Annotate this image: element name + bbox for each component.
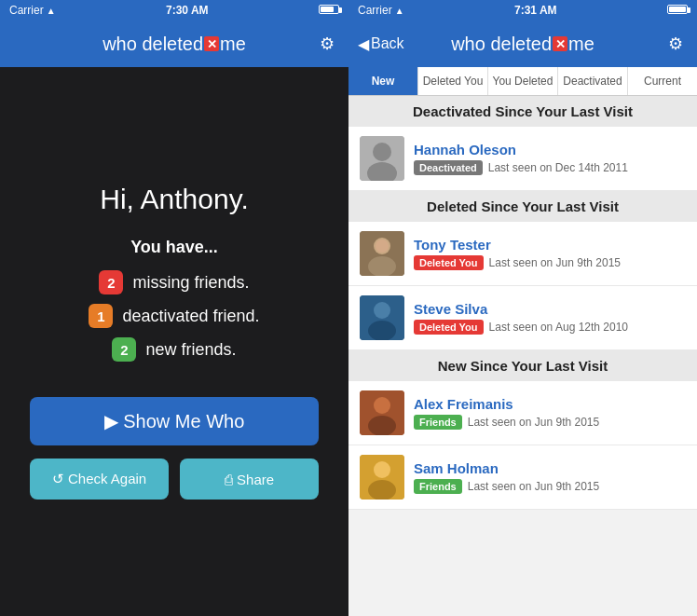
person-name-sam: Sam Holman [414,460,686,476]
tab-current[interactable]: Current [628,67,697,95]
wifi-icon-right: ▲ [395,6,404,16]
list-item[interactable]: Hannah Oleson Deactivated Last seen on D… [348,127,697,191]
svg-point-9 [368,321,396,340]
logo-who-left: who deleted [102,34,203,55]
logo-x-left: ✕ [204,36,219,51]
gear-icon-left[interactable]: ⚙ [320,34,335,54]
logo-left: who deleted ✕ me [102,34,246,55]
back-arrow-icon: ◀ [358,35,369,53]
you-have-label: You have... [130,238,218,257]
right-panel: Carrier ▲ 7:31 AM ◀ Back who deleted ✕ m… [348,0,697,616]
svg-point-12 [368,416,396,435]
svg-point-15 [368,480,396,500]
list-item[interactable]: Alex Freimanis Friends Last seen on Jun … [348,381,697,445]
main-content-left: Hi, Anthony. You have... 2 missing frien… [0,67,348,616]
badge-missing: 2 [99,270,123,294]
logo-me-left: me [220,34,246,55]
logo-who-right: who deleted [451,34,552,55]
svg-point-11 [374,397,390,414]
badge-deactivated: 1 [89,304,113,328]
person-info-tony: Tony Tester Deleted You Last seen on Jun… [414,237,686,270]
stat-new: 2 new friends. [112,337,236,362]
label-deactivated: deactivated friend. [122,307,259,326]
svg-point-6 [376,240,389,253]
tag-deleted-tony: Deleted You [414,255,484,270]
person-info-steve: Steve Silva Deleted You Last seen on Aug… [414,301,686,335]
activity-feed: Deactivated Since Your Last Visit Hannah… [348,96,697,616]
badge-new: 2 [112,337,136,362]
avatar-steve [360,295,404,340]
app-header-left: who deleted ✕ me ⚙ [0,21,348,67]
person-info-sam: Sam Holman Friends Last seen on Jun 9th … [414,460,686,494]
person-meta-steve: Deleted You Last seen on Aug 12th 2010 [414,320,686,335]
last-seen-sam: Last seen on Jun 9th 2015 [468,480,599,493]
stat-missing: 2 missing friends. [99,270,249,294]
battery-container-left [319,4,339,17]
person-name-hannah: Hannah Oleson [414,142,686,157]
avatar-hannah [360,136,404,181]
svg-point-1 [373,143,391,161]
share-label: ⎙ Share [225,472,274,487]
person-name-steve: Steve Silva [414,301,686,317]
tab-deactivated[interactable]: Deactivated [558,67,628,95]
tab-you-deleted[interactable]: You Deleted [488,67,558,95]
time-right: 7:31 AM [514,4,557,17]
carrier-text-right: Carrier [358,4,392,17]
status-bar-left: Carrier ▲ 7:30 AM [0,0,348,21]
battery-container-right [667,4,688,17]
logo-right: who deleted ✕ me [451,34,594,55]
person-info-alex: Alex Freimanis Friends Last seen on Jun … [414,396,686,430]
svg-point-8 [374,302,390,319]
carrier-left: Carrier ▲ [9,4,56,17]
label-new: new friends. [145,340,236,360]
list-item[interactable]: Tony Tester Deleted You Last seen on Jun… [348,222,697,286]
battery-icon-left [319,5,339,14]
tabs-bar: New Deleted You You Deleted Deactivated … [348,67,697,96]
back-label: Back [371,35,404,52]
stat-deactivated: 1 deactivated friend. [89,304,259,328]
tag-deactivated-hannah: Deactivated [414,160,483,175]
logo-x-right: ✕ [553,36,567,51]
section-deleted: Deleted Since Your Last Visit [348,191,697,222]
tab-deleted-you[interactable]: Deleted You [418,67,488,95]
label-missing: missing friends. [132,273,249,293]
person-meta-tony: Deleted You Last seen on Jun 9th 2015 [414,255,686,270]
tag-friends-alex: Friends [414,415,462,430]
status-bar-right: Carrier ▲ 7:31 AM [348,0,697,21]
logo-me-right: me [568,34,594,55]
svg-point-5 [368,256,396,276]
time-left: 7:30 AM [166,4,209,17]
bottom-buttons: ↺ Check Again ⎙ Share [30,459,319,500]
gear-icon-right[interactable]: ⚙ [668,34,683,54]
last-seen-tony: Last seen on Jun 9th 2015 [489,256,621,269]
svg-point-14 [374,461,390,478]
check-again-button[interactable]: ↺ Check Again [30,459,169,500]
greeting: Hi, Anthony. [100,184,249,215]
last-seen-steve: Last seen on Aug 12th 2010 [489,321,628,334]
wifi-icon-left: ▲ [47,6,56,16]
last-seen-alex: Last seen on Jun 9th 2015 [468,416,599,429]
avatar-sam [360,455,404,500]
show-me-who-button[interactable]: ▶ Show Me Who [30,397,319,445]
person-name-tony: Tony Tester [414,237,686,253]
carrier-text-left: Carrier [9,4,44,17]
carrier-right: Carrier ▲ [358,4,404,17]
person-meta-hannah: Deactivated Last seen on Dec 14th 2011 [414,160,686,175]
avatar-alex [360,390,404,435]
list-item[interactable]: Steve Silva Deleted You Last seen on Aug… [348,286,697,350]
back-button[interactable]: ◀ Back [358,35,404,53]
person-meta-alex: Friends Last seen on Jun 9th 2015 [414,415,686,430]
tag-friends-sam: Friends [414,479,462,494]
tag-deleted-steve: Deleted You [414,320,484,335]
person-meta-sam: Friends Last seen on Jun 9th 2015 [414,479,686,494]
show-me-who-label: ▶ Show Me Who [104,410,245,432]
last-seen-hannah: Last seen on Dec 14th 2011 [488,161,628,174]
left-panel: Carrier ▲ 7:30 AM who deleted ✕ me ⚙ Hi,… [0,0,348,616]
section-deactivated: Deactivated Since Your Last Visit [348,96,697,127]
battery-icon-right [667,5,688,14]
share-button[interactable]: ⎙ Share [180,459,319,500]
tab-new[interactable]: New [348,67,418,95]
list-item[interactable]: Sam Holman Friends Last seen on Jun 9th … [348,445,697,510]
person-info-hannah: Hannah Oleson Deactivated Last seen on D… [414,142,686,175]
check-again-label: ↺ Check Again [52,471,146,487]
